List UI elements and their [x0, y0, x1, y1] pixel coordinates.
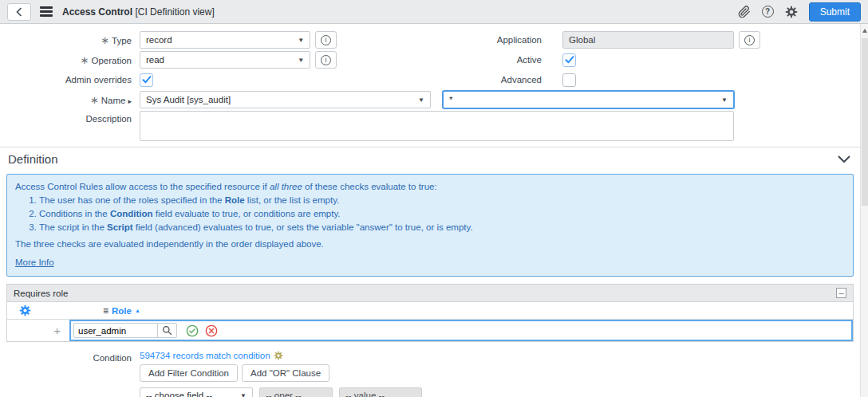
- application-info-button[interactable]: i: [739, 31, 760, 49]
- list-personalize-button[interactable]: [7, 305, 103, 316]
- choose-field-value: -- choose field --: [146, 391, 212, 397]
- chevron-down-icon: ▼: [418, 96, 424, 104]
- info-icon: i: [321, 35, 331, 45]
- info-item-role: The user has one of the roles specified …: [39, 195, 845, 206]
- row-description: Description: [0, 111, 860, 141]
- info-item-condition: Conditions in the Condition field evalua…: [39, 208, 845, 220]
- advanced-checkbox[interactable]: [562, 73, 576, 87]
- operation-select[interactable]: read ▼: [140, 51, 310, 69]
- name-table-value: Sys Audit [sys_audit]: [146, 95, 231, 104]
- cancel-edit-button[interactable]: [205, 324, 218, 337]
- row-type-application: ∗Type record ▼ i Application i: [0, 31, 860, 49]
- help-button[interactable]: ?: [762, 6, 774, 18]
- admin-overrides-checkbox[interactable]: [140, 73, 153, 87]
- value-field: [339, 387, 422, 397]
- chevron-down-icon: ▼: [298, 37, 304, 44]
- role-lookup-button[interactable]: [157, 323, 177, 338]
- collapse-list-button[interactable]: –: [836, 288, 846, 298]
- add-filter-condition-button[interactable]: Add Filter Condition: [140, 364, 238, 382]
- application-label: Application: [337, 35, 552, 45]
- description-label: Description: [0, 111, 140, 124]
- gear-icon: [19, 305, 31, 316]
- search-icon: [162, 325, 172, 336]
- role-edit-row: +: [7, 320, 853, 341]
- context-menu-icon[interactable]: [40, 6, 53, 17]
- paperclip-icon: [738, 6, 751, 18]
- form-body: ∗Type record ▼ i Application i ∗Operatio…: [0, 24, 860, 397]
- add-or-clause-button[interactable]: Add "OR" Clause: [242, 364, 329, 382]
- mandatory-icon: ∗: [81, 54, 89, 66]
- chevron-down-icon: ▼: [721, 96, 728, 104]
- type-select[interactable]: record ▼: [140, 31, 310, 49]
- role-value-input[interactable]: [73, 323, 158, 338]
- column-menu-icon: ≡: [103, 305, 108, 316]
- choose-field-select[interactable]: -- choose field -- ▼: [140, 387, 253, 397]
- x-circle-icon: [205, 324, 218, 337]
- admin-overrides-label: Admin overrides: [0, 75, 140, 85]
- chevron-down-icon: [838, 155, 850, 163]
- name-label: ∗Name▸: [0, 94, 140, 106]
- run-filter-gear-icon[interactable]: [274, 351, 283, 360]
- operation-select-value: read: [146, 55, 164, 65]
- condition-section: Condition 594734 records match condition…: [0, 351, 860, 397]
- more-info-link[interactable]: More Info: [15, 257, 54, 269]
- expand-reference-icon[interactable]: ▸: [128, 97, 132, 105]
- mandatory-icon: ∗: [101, 34, 109, 46]
- type-label: ∗Type: [0, 34, 140, 46]
- records-match-link[interactable]: 594734 records match condition: [140, 351, 270, 360]
- question-icon: ?: [762, 6, 774, 18]
- page-title-view: [CI Definition view]: [135, 6, 214, 18]
- row-adminoverrides-advanced: Admin overrides Advanced: [0, 71, 860, 88]
- mandatory-icon: ∗: [90, 94, 99, 106]
- back-button[interactable]: [7, 3, 31, 21]
- operation-info-button[interactable]: i: [315, 51, 337, 69]
- type-info-button[interactable]: i: [315, 31, 337, 49]
- check-icon: [565, 56, 574, 64]
- submit-button-top[interactable]: Submit: [809, 2, 861, 22]
- vertical-scrollbar[interactable]: [860, 24, 868, 397]
- gear-icon: [785, 6, 798, 18]
- check-icon: [142, 76, 152, 84]
- info-intro: Access Control Rules allow access to the…: [15, 181, 845, 193]
- role-edit-cell: [69, 320, 853, 341]
- name-field-select[interactable]: * ▼: [443, 91, 734, 108]
- requires-role-title: Requires role: [14, 289, 68, 298]
- attachment-button[interactable]: [738, 6, 751, 18]
- type-select-value: record: [146, 35, 172, 45]
- advanced-label: Advanced: [337, 75, 552, 85]
- name-field-value: *: [449, 95, 452, 104]
- definition-collapse-button[interactable]: [838, 155, 850, 163]
- form-header-bar: Access Control [CI Definition view] ? Su…: [0, 0, 868, 24]
- confirm-edit-button[interactable]: [186, 324, 199, 337]
- description-field[interactable]: [140, 111, 734, 141]
- page-title-main: Access Control: [62, 6, 132, 18]
- application-field[interactable]: [562, 31, 734, 49]
- definition-section-title: Definition: [8, 152, 58, 166]
- chevron-down-icon: ▼: [240, 392, 247, 397]
- sort-ascending-icon: ▲: [135, 308, 140, 313]
- operation-label: ∗Operation: [0, 54, 140, 66]
- active-checkbox[interactable]: [562, 53, 576, 67]
- condition-label: Condition: [0, 351, 140, 363]
- scroll-up-icon[interactable]: [862, 29, 867, 33]
- name-table-select[interactable]: Sys Audit [sys_audit] ▼: [140, 91, 431, 108]
- role-column-header[interactable]: ≡ Role ▲: [103, 305, 140, 316]
- personalize-form-button[interactable]: [785, 6, 798, 18]
- active-label: Active: [337, 55, 552, 65]
- check-circle-icon: [186, 324, 199, 337]
- row-name: ∗Name▸ Sys Audit [sys_audit] ▼ * ▼: [0, 91, 860, 108]
- chevron-down-icon: ▼: [298, 57, 304, 64]
- row-operation-active: ∗Operation read ▼ i Active: [0, 51, 860, 69]
- add-row-button[interactable]: +: [7, 320, 69, 341]
- acl-info-message: Access Control Rules allow access to the…: [6, 174, 854, 277]
- info-icon: i: [744, 35, 755, 45]
- info-footer: The three checks are evaluated independe…: [15, 238, 845, 250]
- info-icon: i: [321, 55, 331, 65]
- role-column-label: Role: [112, 306, 132, 316]
- scrollbar-thumb[interactable]: [862, 38, 868, 206]
- page-title: Access Control [CI Definition view]: [62, 6, 215, 18]
- info-item-script: The script in the Script field (advanced…: [39, 222, 845, 234]
- chevron-left-icon: [16, 7, 22, 17]
- operator-field: [259, 387, 333, 397]
- requires-role-list: Requires role – ≡ Role ▲ +: [6, 284, 854, 342]
